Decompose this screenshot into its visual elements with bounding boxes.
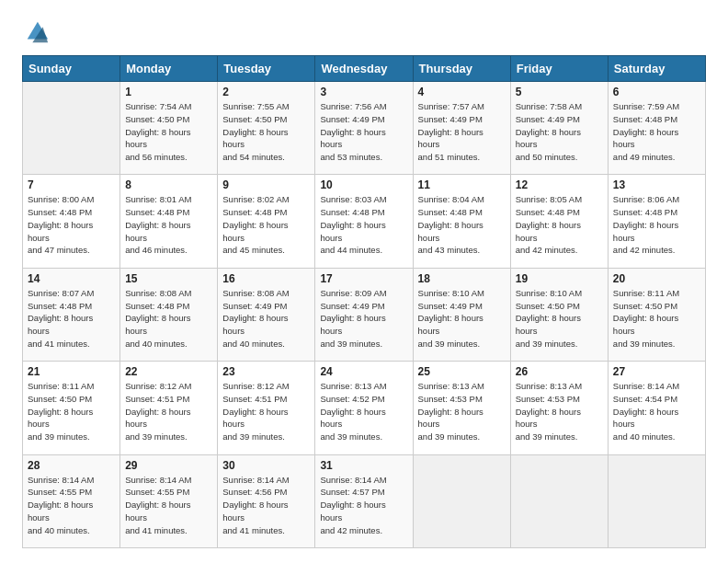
day-info: Sunrise: 8:07 AMSunset: 4:48 PMDaylight:… bbox=[28, 287, 115, 350]
day-info: Sunrise: 8:05 AMSunset: 4:48 PMDaylight:… bbox=[516, 193, 603, 257]
calendar-cell: 1Sunrise: 7:54 AMSunset: 4:50 PMDaylight… bbox=[120, 82, 218, 175]
day-number: 28 bbox=[28, 459, 115, 472]
day-info: Sunrise: 8:08 AMSunset: 4:49 PMDaylight:… bbox=[222, 287, 310, 350]
calendar-cell: 17Sunrise: 8:09 AMSunset: 4:49 PMDayligh… bbox=[315, 268, 413, 361]
calendar-table: SundayMondayTuesdayWednesdayThursdayFrid… bbox=[22, 55, 706, 548]
calendar-cell: 2Sunrise: 7:55 AMSunset: 4:50 PMDaylight… bbox=[218, 82, 315, 175]
day-number: 12 bbox=[516, 178, 603, 191]
calendar-week-row: 21Sunrise: 8:11 AMSunset: 4:50 PMDayligh… bbox=[23, 362, 706, 454]
day-info: Sunrise: 8:11 AMSunset: 4:50 PMDaylight:… bbox=[28, 380, 115, 443]
calendar-cell: 21Sunrise: 8:11 AMSunset: 4:50 PMDayligh… bbox=[23, 362, 120, 454]
calendar-cell: 16Sunrise: 8:08 AMSunset: 4:49 PMDayligh… bbox=[218, 268, 315, 361]
day-number: 1 bbox=[125, 86, 212, 98]
weekday-header-cell: Sunday bbox=[23, 56, 120, 82]
day-info: Sunrise: 8:13 AMSunset: 4:53 PMDaylight:… bbox=[516, 380, 603, 443]
calendar-week-row: 1Sunrise: 7:54 AMSunset: 4:50 PMDaylight… bbox=[23, 82, 706, 175]
day-number: 29 bbox=[125, 459, 212, 472]
day-number: 13 bbox=[613, 178, 700, 191]
logo-icon bbox=[24, 18, 50, 44]
calendar-week-row: 28Sunrise: 8:14 AMSunset: 4:55 PMDayligh… bbox=[23, 454, 706, 547]
day-number: 20 bbox=[613, 272, 700, 285]
header bbox=[22, 18, 706, 44]
calendar-cell: 25Sunrise: 8:13 AMSunset: 4:53 PMDayligh… bbox=[413, 362, 510, 454]
calendar-cell: 20Sunrise: 8:11 AMSunset: 4:50 PMDayligh… bbox=[608, 268, 705, 361]
day-number: 31 bbox=[320, 459, 407, 472]
calendar-cell: 12Sunrise: 8:05 AMSunset: 4:48 PMDayligh… bbox=[510, 175, 608, 268]
day-number: 4 bbox=[418, 86, 506, 98]
calendar-cell: 14Sunrise: 8:07 AMSunset: 4:48 PMDayligh… bbox=[23, 268, 120, 361]
calendar-week-row: 7Sunrise: 8:00 AMSunset: 4:48 PMDaylight… bbox=[23, 175, 706, 268]
calendar-cell: 26Sunrise: 8:13 AMSunset: 4:53 PMDayligh… bbox=[510, 362, 608, 454]
day-number: 27 bbox=[613, 365, 700, 378]
day-info: Sunrise: 8:09 AMSunset: 4:49 PMDaylight:… bbox=[320, 287, 407, 350]
day-number: 7 bbox=[28, 178, 115, 191]
day-number: 2 bbox=[222, 86, 310, 98]
page: SundayMondayTuesdayWednesdayThursdayFrid… bbox=[0, 0, 728, 563]
day-number: 23 bbox=[222, 365, 310, 378]
day-info: Sunrise: 8:13 AMSunset: 4:53 PMDaylight:… bbox=[418, 380, 506, 443]
day-number: 8 bbox=[125, 178, 212, 191]
day-number: 6 bbox=[613, 86, 700, 98]
day-info: Sunrise: 8:12 AMSunset: 4:51 PMDaylight:… bbox=[222, 380, 310, 443]
day-number: 10 bbox=[320, 178, 407, 191]
calendar-cell: 15Sunrise: 8:08 AMSunset: 4:48 PMDayligh… bbox=[120, 268, 218, 361]
day-info: Sunrise: 8:08 AMSunset: 4:48 PMDaylight:… bbox=[125, 287, 212, 350]
day-number: 19 bbox=[516, 272, 603, 285]
calendar-cell: 9Sunrise: 8:02 AMSunset: 4:48 PMDaylight… bbox=[218, 175, 315, 268]
weekday-header-cell: Wednesday bbox=[315, 56, 413, 82]
calendar-cell: 31Sunrise: 8:14 AMSunset: 4:57 PMDayligh… bbox=[315, 454, 413, 547]
calendar-cell: 8Sunrise: 8:01 AMSunset: 4:48 PMDaylight… bbox=[120, 175, 218, 268]
day-info: Sunrise: 8:14 AMSunset: 4:56 PMDaylight:… bbox=[222, 474, 310, 537]
day-info: Sunrise: 7:54 AMSunset: 4:50 PMDaylight:… bbox=[125, 100, 212, 164]
weekday-header-cell: Tuesday bbox=[218, 56, 315, 82]
day-number: 22 bbox=[125, 365, 212, 378]
day-info: Sunrise: 8:14 AMSunset: 4:55 PMDaylight:… bbox=[125, 474, 212, 537]
logo bbox=[22, 18, 50, 44]
calendar-cell: 28Sunrise: 8:14 AMSunset: 4:55 PMDayligh… bbox=[23, 454, 120, 547]
day-info: Sunrise: 8:01 AMSunset: 4:48 PMDaylight:… bbox=[125, 193, 212, 257]
calendar-cell: 27Sunrise: 8:14 AMSunset: 4:54 PMDayligh… bbox=[608, 362, 705, 454]
day-number: 17 bbox=[320, 272, 407, 285]
day-number: 14 bbox=[28, 272, 115, 285]
day-info: Sunrise: 7:55 AMSunset: 4:50 PMDaylight:… bbox=[222, 100, 310, 164]
calendar-cell: 22Sunrise: 8:12 AMSunset: 4:51 PMDayligh… bbox=[120, 362, 218, 454]
day-info: Sunrise: 8:11 AMSunset: 4:50 PMDaylight:… bbox=[613, 287, 700, 350]
calendar-cell: 19Sunrise: 8:10 AMSunset: 4:50 PMDayligh… bbox=[510, 268, 608, 361]
calendar-cell: 30Sunrise: 8:14 AMSunset: 4:56 PMDayligh… bbox=[218, 454, 315, 547]
day-info: Sunrise: 8:04 AMSunset: 4:48 PMDaylight:… bbox=[418, 193, 506, 257]
day-info: Sunrise: 7:58 AMSunset: 4:49 PMDaylight:… bbox=[516, 100, 603, 164]
calendar-body: 1Sunrise: 7:54 AMSunset: 4:50 PMDaylight… bbox=[23, 82, 706, 548]
weekday-header-cell: Saturday bbox=[608, 56, 705, 82]
day-number: 26 bbox=[516, 365, 603, 378]
day-info: Sunrise: 7:56 AMSunset: 4:49 PMDaylight:… bbox=[320, 100, 407, 164]
calendar-cell bbox=[608, 454, 705, 547]
day-number: 21 bbox=[28, 365, 115, 378]
calendar-cell: 23Sunrise: 8:12 AMSunset: 4:51 PMDayligh… bbox=[218, 362, 315, 454]
day-number: 5 bbox=[516, 86, 603, 98]
day-info: Sunrise: 8:14 AMSunset: 4:54 PMDaylight:… bbox=[613, 380, 700, 443]
day-info: Sunrise: 8:14 AMSunset: 4:55 PMDaylight:… bbox=[28, 474, 115, 537]
day-info: Sunrise: 8:13 AMSunset: 4:52 PMDaylight:… bbox=[320, 380, 407, 443]
day-info: Sunrise: 8:10 AMSunset: 4:50 PMDaylight:… bbox=[516, 287, 603, 350]
day-number: 18 bbox=[418, 272, 506, 285]
weekday-header-cell: Thursday bbox=[413, 56, 510, 82]
day-number: 30 bbox=[222, 459, 310, 472]
day-info: Sunrise: 8:00 AMSunset: 4:48 PMDaylight:… bbox=[28, 193, 115, 257]
day-info: Sunrise: 7:59 AMSunset: 4:48 PMDaylight:… bbox=[613, 100, 700, 164]
day-number: 3 bbox=[320, 86, 407, 98]
calendar-cell: 11Sunrise: 8:04 AMSunset: 4:48 PMDayligh… bbox=[413, 175, 510, 268]
calendar-cell: 29Sunrise: 8:14 AMSunset: 4:55 PMDayligh… bbox=[120, 454, 218, 547]
calendar-cell bbox=[23, 82, 120, 175]
weekday-header-row: SundayMondayTuesdayWednesdayThursdayFrid… bbox=[23, 56, 706, 82]
day-info: Sunrise: 8:10 AMSunset: 4:49 PMDaylight:… bbox=[418, 287, 506, 350]
calendar-cell bbox=[413, 454, 510, 547]
day-number: 11 bbox=[418, 178, 506, 191]
day-info: Sunrise: 7:57 AMSunset: 4:49 PMDaylight:… bbox=[418, 100, 506, 164]
day-number: 9 bbox=[222, 178, 310, 191]
calendar-cell: 18Sunrise: 8:10 AMSunset: 4:49 PMDayligh… bbox=[413, 268, 510, 361]
day-number: 25 bbox=[418, 365, 506, 378]
calendar-cell: 5Sunrise: 7:58 AMSunset: 4:49 PMDaylight… bbox=[510, 82, 608, 175]
calendar-cell: 10Sunrise: 8:03 AMSunset: 4:48 PMDayligh… bbox=[315, 175, 413, 268]
calendar-cell: 3Sunrise: 7:56 AMSunset: 4:49 PMDaylight… bbox=[315, 82, 413, 175]
day-info: Sunrise: 8:12 AMSunset: 4:51 PMDaylight:… bbox=[125, 380, 212, 443]
